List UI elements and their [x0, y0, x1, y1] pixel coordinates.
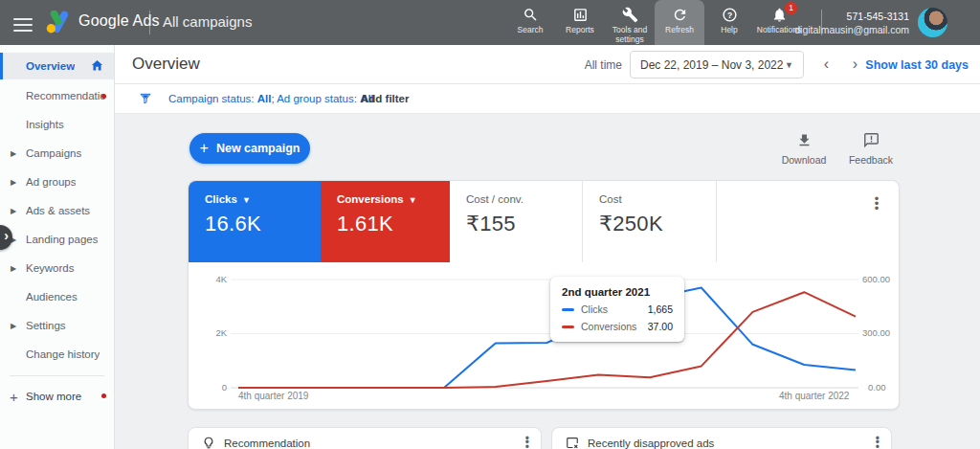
plus-icon: + [10, 389, 18, 405]
expand-caret-icon: ▶ [11, 149, 16, 158]
active-filters[interactable]: Campaign status: All; Ad group status: A… [168, 93, 374, 104]
expand-caret-icon: ▶ [11, 178, 16, 187]
home-icon [90, 58, 104, 75]
metric-card-cost[interactable]: Cost ₹250K [583, 181, 717, 262]
reports-icon [572, 7, 589, 23]
left-axis-tick: 0 [206, 382, 227, 393]
chevron-down-icon: ▼ [785, 60, 793, 70]
sidebar: Overview Recommendations Insights ▶ Camp… [0, 45, 115, 449]
recently-disapproved-ads-card: Recently disapproved ads ••• [551, 427, 892, 449]
expand-caret-icon: ▶ [11, 264, 16, 273]
card-menu-button[interactable]: ••• [876, 437, 880, 449]
download-button[interactable]: Download [773, 132, 835, 166]
chevron-down-icon: ▼ [242, 195, 251, 205]
tooltip-row-clicks: Clicks 1,665 [562, 303, 673, 315]
account-phone: 571-545-3131 [794, 10, 909, 23]
date-range-picker[interactable]: Dec 22, 2019 – Nov 3, 2022 ▼ [630, 51, 804, 79]
disapproved-ad-icon [566, 436, 579, 449]
account-info: 571-545-3131 digitalmausin@gmail.com [794, 10, 909, 36]
clicks-swatch-icon [562, 308, 574, 311]
page-title: Overview [132, 55, 200, 74]
sidebar-show-more[interactable]: + Show more [0, 382, 114, 411]
clicks-series-line [238, 288, 856, 389]
sidebar-item-keywords[interactable]: ▶ Keywords [0, 254, 114, 282]
sidebar-item-overview[interactable]: Overview [0, 53, 114, 79]
right-axis-tick: 600.00 [862, 274, 890, 284]
metric-value: ₹250K [599, 212, 716, 236]
avatar[interactable] [918, 8, 947, 37]
help-icon: ? [722, 7, 738, 23]
plus-icon: + [200, 140, 209, 157]
left-axis-tick: 2K [206, 327, 227, 338]
alert-dot [101, 393, 106, 398]
right-axis-tick: 0.00 [868, 382, 886, 393]
lightbulb-icon [202, 436, 215, 449]
new-campaign-button[interactable]: + New campaign [189, 133, 310, 164]
chevron-right-icon: › [4, 228, 9, 243]
recommendation-card: Recommendation ••• [188, 427, 542, 449]
metric-value: 1.61K [337, 212, 450, 236]
sidebar-item-ads-assets[interactable]: ▶ Ads & assets [0, 196, 114, 225]
right-axis-tick: 300.00 [862, 327, 890, 338]
sidebar-item-landing-pages[interactable]: ▶ Landing pages [0, 225, 114, 254]
sidebar-item-campaigns[interactable]: ▶ Campaigns [0, 139, 114, 168]
expand-caret-icon: ▶ [11, 322, 16, 330]
alert-dot [101, 94, 106, 99]
tools-and-settings-button[interactable]: Tools and settings [605, 0, 655, 45]
expand-caret-icon: ▶ [11, 207, 16, 215]
topbar-divider [149, 11, 150, 34]
menu-icon[interactable] [13, 14, 33, 30]
conversions-swatch-icon [562, 326, 574, 328]
wrench-icon [622, 7, 638, 23]
filter-funnel-icon[interactable] [138, 91, 153, 110]
next-range-button[interactable]: › [853, 56, 858, 73]
metric-card-conversions[interactable]: Conversions▼ 1.61K [321, 181, 450, 262]
x-axis-label-end: 4th quarter 2022 [779, 391, 849, 401]
sidebar-item-recommendations[interactable]: Recommendations [0, 81, 114, 110]
x-axis-label-start: 4th quarter 2019 [238, 391, 308, 401]
chart-tooltip: 2nd quarter 2021 Clicks 1,665 Conversion… [550, 277, 684, 342]
current-section: All campaigns [163, 13, 252, 30]
show-last-30-days-link[interactable]: Show last 30 days [865, 58, 969, 72]
card-title: Recently disapproved ads [588, 438, 876, 449]
previous-range-button[interactable]: ‹ [824, 56, 829, 73]
conversions-series-line [238, 292, 856, 388]
metric-card-clicks[interactable]: Clicks▼ 16.6K [189, 181, 321, 262]
search-button[interactable]: Search [505, 0, 555, 45]
tooltip-title: 2nd quarter 2021 [562, 286, 673, 298]
metric-value: 16.6K [205, 212, 321, 236]
chevron-down-icon: ▼ [409, 195, 417, 205]
sidebar-divider [10, 375, 104, 376]
sidebar-item-settings[interactable]: ▶ Settings [0, 311, 114, 340]
feedback-button[interactable]: Feedback [840, 132, 902, 166]
add-filter-button[interactable]: Add filter [361, 93, 409, 104]
refresh-icon [672, 7, 688, 23]
feedback-icon [863, 132, 880, 148]
card-title: Recommendation [224, 438, 525, 449]
download-icon [796, 132, 813, 148]
filter-bar: Campaign status: All; Ad group status: A… [115, 84, 980, 114]
left-axis-tick: 4K [206, 274, 227, 284]
sidebar-item-ad-groups[interactable]: ▶ Ad groups [0, 168, 114, 196]
google-ads-logo-icon[interactable] [46, 11, 71, 37]
help-button[interactable]: ? Help [704, 0, 754, 45]
metric-card-cost-per-conv[interactable]: Cost / conv. ₹155 [450, 181, 583, 262]
sidebar-item-audiences[interactable]: Audiences [0, 282, 114, 311]
date-range-preset-label: All time [585, 58, 622, 72]
tooltip-row-conversions: Conversions 37.00 [562, 321, 673, 332]
sidebar-item-insights[interactable]: Insights [0, 110, 114, 139]
svg-text:?: ? [726, 11, 731, 20]
topbar-nav: Search Reports Tools and settings Refres… [505, 0, 804, 45]
overview-summary-card: Clicks▼ 16.6K Conversions▼ 1.61K Cost / … [188, 180, 900, 410]
sidebar-item-change-history[interactable]: Change history [0, 340, 114, 369]
product-name: Google Ads [78, 12, 160, 30]
refresh-button[interactable]: Refresh [655, 0, 704, 45]
card-menu-button[interactable]: ••• [525, 437, 529, 449]
account-email: digitalmausin@gmail.com [794, 23, 909, 36]
reports-button[interactable]: Reports [555, 0, 605, 45]
metric-value: ₹155 [466, 212, 582, 236]
top-app-bar: Google Ads All campaigns Search Reports … [0, 0, 980, 45]
search-icon [523, 7, 539, 23]
card-menu-button[interactable]: ••• [868, 196, 885, 215]
page-header: Overview All time Dec 22, 2019 – Nov 3, … [115, 45, 980, 84]
